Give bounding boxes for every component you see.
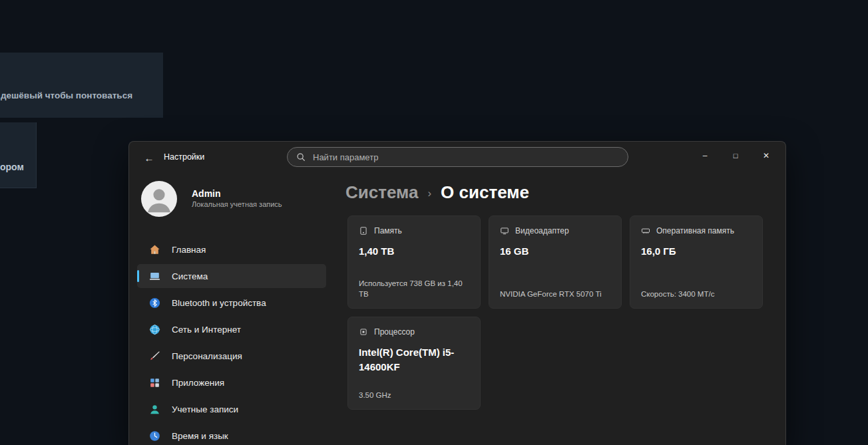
sidebar-item-label: Учетные записи xyxy=(172,404,238,414)
sidebar-nav: Главная Система Blueto xyxy=(129,237,334,445)
sidebar-item-label: Приложения xyxy=(172,378,224,388)
titlebar: ← Настройки – □ ✕ xyxy=(129,142,785,174)
card-header: Оперативная память xyxy=(641,226,752,235)
breadcrumb: Система › О системе xyxy=(345,180,529,204)
about-cards: Память 1,40 TB Используется 738 GB из 1,… xyxy=(347,216,763,410)
sidebar-item-personalization[interactable]: Персонализация xyxy=(137,344,326,368)
ram-card: Оперативная память 16,0 ГБ Скорость: 340… xyxy=(630,216,763,309)
ram-icon xyxy=(641,226,650,235)
sidebar-item-network[interactable]: Сеть и Интернет xyxy=(137,317,326,341)
system-icon xyxy=(148,269,161,283)
card-label: Оперативная память xyxy=(656,226,734,235)
profile-account-type: Локальная учетная запись xyxy=(192,200,282,210)
card-detail: NVIDIA GeForce RTX 5070 Ti xyxy=(500,289,610,299)
storage-card: Память 1,40 TB Используется 738 GB из 1,… xyxy=(347,216,481,309)
search-icon xyxy=(296,152,306,162)
card-label: Процессор xyxy=(374,327,415,337)
cpu-icon xyxy=(359,327,368,337)
card-value: 16 GB xyxy=(500,244,610,259)
desktop: { "desktop": { "background_fragments": [… xyxy=(0,0,868,445)
maximize-button[interactable]: □ xyxy=(720,146,751,166)
chat-message-text: ором xyxy=(0,162,24,172)
apps-icon xyxy=(148,376,161,389)
card-header: Процессор xyxy=(359,327,469,337)
card-value: 1,40 TB xyxy=(359,244,469,259)
sidebar-item-bluetooth[interactable]: Bluetooth и устройства xyxy=(137,291,326,315)
sidebar-item-label: Сеть и Интернет xyxy=(172,325,241,335)
accounts-icon xyxy=(148,402,161,416)
person-icon xyxy=(141,181,177,217)
storage-icon xyxy=(359,226,368,235)
card-header: Память xyxy=(359,226,469,235)
sidebar-item-label: Bluetooth и устройства xyxy=(172,298,266,308)
sidebar-item-accounts[interactable]: Учетные записи xyxy=(137,397,326,421)
home-icon xyxy=(148,243,161,256)
card-label: Память xyxy=(374,226,402,235)
chat-message-text: дешёвый чтобы понтоваться xyxy=(1,90,132,100)
chevron-right-icon: › xyxy=(427,185,431,200)
avatar xyxy=(141,181,177,217)
bluetooth-icon xyxy=(148,296,161,309)
profile-entry[interactable]: Admin Локальная учетная запись xyxy=(141,180,282,218)
sidebar-item-home[interactable]: Главная xyxy=(137,237,326,261)
window-title: Настройки xyxy=(164,152,204,162)
background-window-fragment[interactable]: ором xyxy=(0,122,37,188)
background-window-fragment[interactable]: дешёвый чтобы понтоваться xyxy=(0,53,163,118)
sidebar: Admin Локальная учетная запись Главная xyxy=(129,174,334,445)
personalization-icon xyxy=(148,349,161,363)
search-box[interactable] xyxy=(287,147,628,167)
gpu-card: Видеоадаптер 16 GB NVIDIA GeForce RTX 50… xyxy=(489,216,622,309)
profile-name: Admin xyxy=(192,188,282,200)
window-controls: – □ ✕ xyxy=(690,146,781,166)
sidebar-item-label: Время и язык xyxy=(172,431,228,441)
breadcrumb-system[interactable]: Система xyxy=(345,182,418,203)
sidebar-item-system[interactable]: Система xyxy=(137,264,326,288)
sidebar-item-label: Персонализация xyxy=(172,351,242,361)
card-header: Видеоадаптер xyxy=(500,226,610,235)
settings-window: ← Настройки – □ ✕ Admin Лок xyxy=(128,141,786,445)
card-value: 16,0 ГБ xyxy=(641,244,752,259)
minimize-button[interactable]: – xyxy=(690,146,720,166)
page-title: О системе xyxy=(441,182,529,203)
card-value: Intel(R) Core(TM) i5-14600KF xyxy=(359,345,469,374)
cpu-card: Процессор Intel(R) Core(TM) i5-14600KF 3… xyxy=(347,317,481,410)
card-detail: Скорость: 3400 MT/c xyxy=(641,289,752,299)
sidebar-item-time-language[interactable]: Время и язык xyxy=(137,424,326,445)
back-button[interactable]: ← xyxy=(138,148,160,167)
sidebar-item-label: Система xyxy=(172,271,208,281)
sidebar-item-label: Главная xyxy=(172,245,206,255)
sidebar-item-apps[interactable]: Приложения xyxy=(137,371,326,394)
card-detail: 3.50 GHz xyxy=(359,390,469,400)
main-content: Система › О системе Память 1,40 TB Испол… xyxy=(345,174,785,445)
close-button[interactable]: ✕ xyxy=(751,146,781,166)
gpu-icon xyxy=(500,226,509,235)
time-language-icon xyxy=(148,429,161,442)
card-label: Видеоадаптер xyxy=(515,226,569,235)
card-detail: Используется 738 GB из 1,40 TB xyxy=(359,278,469,299)
search-input[interactable] xyxy=(312,152,619,163)
profile-text: Admin Локальная учетная запись xyxy=(192,188,282,210)
network-icon xyxy=(148,323,161,336)
